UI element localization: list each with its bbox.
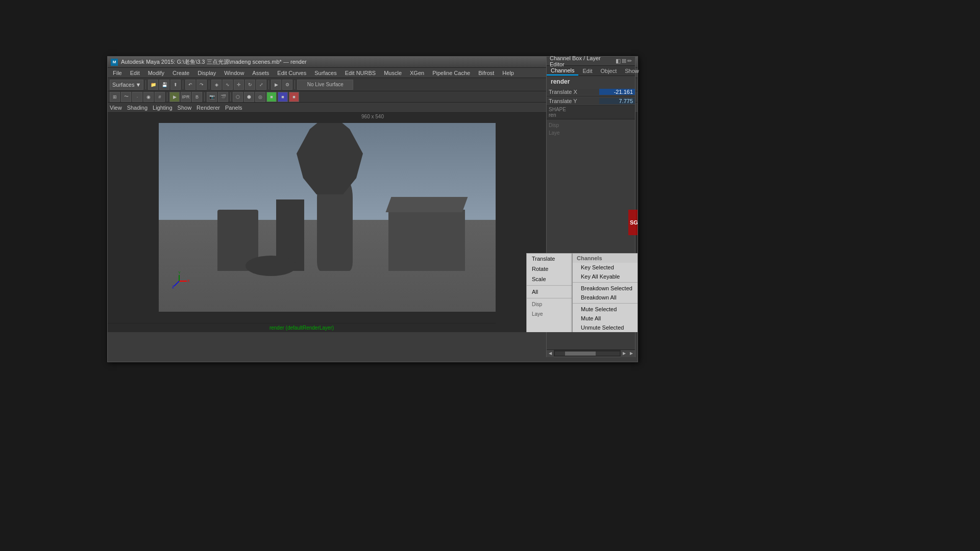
resolution-label: 960 x 540 [361,114,384,119]
menu-window[interactable]: Window [221,69,247,77]
tb2-grid[interactable]: # [155,92,165,102]
ctx-key-all-keyable[interactable]: Key All Keyable [573,272,638,281]
tb2-snap-curve[interactable]: 〜 [121,92,131,102]
svg-text:Y: Y [178,271,181,274]
submenu-sep2 [527,298,572,298]
menu-surfaces[interactable]: Surfaces [311,69,339,77]
menu-pipeline-cache[interactable]: Pipeline Cache [429,69,473,77]
tb-save[interactable]: 💾 [159,80,169,90]
t2-sep3 [230,92,231,102]
tb-render-settings[interactable]: ⚙ [282,80,292,90]
object-box [388,210,465,271]
scrollbar-bottom: ◀ ▶ ▶ [547,349,635,357]
menu-edit-nurbs[interactable]: Edit NURBS [342,69,379,77]
tb-open[interactable]: 📁 [148,80,158,90]
tb2-snap-view[interactable]: ◉ [143,92,154,102]
submenu-panel: Translate Rotate Scale All Disp Laye [526,253,572,332]
tb2-cam2[interactable]: 🎬 [218,92,228,102]
view-menu-view[interactable]: View [110,105,122,111]
tb2-cam1[interactable]: 📷 [207,92,217,102]
t2-sep1 [167,92,167,102]
view-menu-shading[interactable]: Shading [127,105,148,111]
cb-value-ty[interactable]: 7.775 [599,98,635,104]
svg-line-2 [174,281,179,286]
ctx-key-selected[interactable]: Key Selected [573,263,638,272]
tb-import[interactable]: ⬆ [170,80,181,90]
menu-modify[interactable]: Modify [145,69,167,77]
tb2-color2[interactable]: ■ [278,92,288,102]
cb-tab-channels[interactable]: Channels [547,66,578,76]
ctx-mute-all[interactable]: Mute All [573,314,638,323]
object-flowers [297,123,363,194]
tb2-ipr[interactable]: IPR [181,92,191,102]
scroll-right-arrow[interactable]: ▶ [621,350,628,357]
svg-text:X: X [187,279,189,283]
viewport-canvas[interactable]: X Y Z [159,123,496,312]
scroll-left-arrow[interactable]: ◀ [547,350,554,357]
tb2-misc2[interactable]: ⬢ [244,92,254,102]
cb-btn2[interactable]: ⊞ [622,58,626,64]
tb-lasso[interactable]: ∿ [223,80,233,90]
ctx-breakdown-all[interactable]: Breakdown All [573,293,638,302]
view-menu-lighting[interactable]: Lighting [153,105,173,111]
tb2-batch[interactable]: B [192,92,202,102]
ctx-breakdown-selected[interactable]: Breakdown Selected [573,284,638,293]
cb-value-tx[interactable]: -21.161 [599,89,635,95]
tb-undo[interactable]: ↶ [185,80,195,90]
cb-shape-header: SHAPEren [547,106,635,119]
ctx-section-channels: Channels [573,254,638,263]
cb-tab-show[interactable]: Show [621,67,643,75]
tb-select[interactable]: ◈ [211,80,222,90]
toolbar-separator-5 [295,80,295,89]
ctx-unmute-selected[interactable]: Unmute Selected [573,323,638,332]
no-live-btn[interactable]: No Live Surface [297,80,353,90]
tb-move[interactable]: ✛ [234,80,244,90]
cb-row-translate-x[interactable]: Translate X -21.161 [547,87,635,96]
tb2-render[interactable]: ▶ [169,92,180,102]
menu-edit-curves[interactable]: Edit Curves [274,69,309,77]
view-menu-renderer[interactable]: Renderer [197,105,220,111]
main-context-menu: Channels Key Selected Key All Keyable Br… [572,253,638,332]
menu-xgen[interactable]: XGen [407,69,427,77]
tb2-color1[interactable]: ■ [266,92,277,102]
tb-rotate[interactable]: ↻ [245,80,255,90]
submenu-all[interactable]: All [527,287,572,297]
ctx-sep1 [573,282,638,283]
menu-help[interactable]: Help [499,69,517,77]
cb-tab-object[interactable]: Object [596,67,621,75]
tb-scale[interactable]: ⤢ [256,80,266,90]
cb-row-translate-y[interactable]: Translate Y 7.775 [547,96,635,106]
scroll-thumb[interactable] [565,352,596,356]
tb-redo[interactable]: ↷ [197,80,207,90]
submenu-translate[interactable]: Translate [527,254,572,264]
menu-edit[interactable]: Edit [127,69,143,77]
tb2-color3[interactable]: ■ [289,92,299,102]
scroll-track[interactable] [555,352,620,356]
menu-muscle[interactable]: Muscle [381,69,405,77]
view-menu-panels[interactable]: Panels [225,105,242,111]
scroll-right-arrow2[interactable]: ▶ [628,350,635,357]
cb-btn3[interactable]: ✏ [627,58,632,64]
menu-bifrost[interactable]: Bifrost [475,69,497,77]
tb2-snap-grid[interactable]: ⊞ [110,92,120,102]
submenu-disp[interactable]: Disp [527,299,572,309]
submenu-scale[interactable]: Scale [527,274,572,284]
submenu-laye[interactable]: Laye [527,309,572,319]
menu-assets[interactable]: Assets [249,69,272,77]
cb-btn1[interactable]: ◧ [616,58,621,64]
menu-display[interactable]: Display [194,69,219,77]
mode-dropdown[interactable]: Surfaces ▼ [110,80,143,90]
tb2-misc3[interactable]: ◎ [255,92,265,102]
toolbar-separator-3 [209,80,209,89]
menu-file[interactable]: File [110,69,125,77]
maya-app-icon: M [111,59,118,66]
cb-tab-edit[interactable]: Edit [578,67,596,75]
tb2-misc1[interactable]: ⬡ [233,92,243,102]
menu-create[interactable]: Create [169,69,192,77]
tb-render-play[interactable]: ▶ [271,80,281,90]
ctx-mute-selected[interactable]: Mute Selected [573,305,638,314]
tb2-snap-point[interactable]: · [132,92,142,102]
ctx-sep2 [573,303,638,304]
submenu-rotate[interactable]: Rotate [527,264,572,274]
view-menu-show[interactable]: Show [178,105,192,111]
